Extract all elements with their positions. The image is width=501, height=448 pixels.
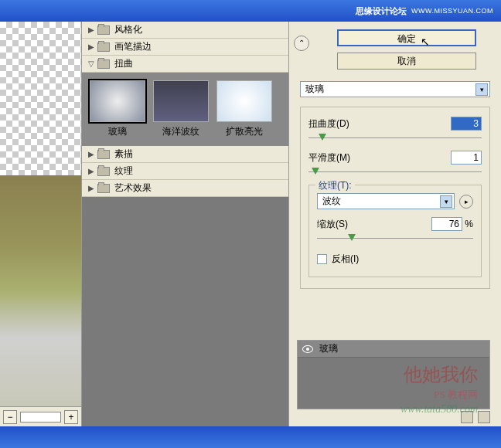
folder-icon [97,184,110,193]
distortion-input[interactable] [451,117,482,131]
category-label: 素描 [114,148,133,161]
title-bar: 思缘设计论坛 WWW.MISSYUAN.COM [0,0,501,22]
invert-label: 反相(I) [332,253,359,266]
thumb-ocean-ripple[interactable]: 海洋波纹 [153,80,209,138]
category-label: 风格化 [114,23,142,36]
thumb-image [216,80,272,122]
preview-image [0,175,81,406]
ok-button[interactable]: 确定↖ [337,29,476,46]
thumb-glass[interactable]: 玻璃 [90,80,145,138]
delete-effect-layer-button[interactable] [478,411,490,423]
folder-icon [97,42,110,52]
folder-icon [97,59,110,69]
site-url: WWW.MISSYUAN.COM [411,7,493,15]
distortion-slider[interactable] [308,132,482,144]
dropdown-value: 玻璃 [305,83,324,96]
category-stylize[interactable]: ▶风格化 [82,22,288,39]
texture-dropdown[interactable]: 波纹 ▾ [317,193,455,209]
visibility-icon[interactable] [302,345,313,353]
cursor-icon: ↖ [421,34,430,49]
thumb-label: 玻璃 [90,125,145,138]
zoom-bar: − + [0,406,81,426]
category-label: 画笔描边 [114,40,152,53]
collapse-button[interactable]: ⌃ [294,36,309,51]
smoothness-label: 平滑度(M) [308,151,350,165]
zoom-level[interactable] [20,412,61,423]
scaling-slider[interactable] [317,232,473,245]
scaling-label: 缩放(S) [317,218,348,231]
chevron-down-icon: ▾ [440,195,452,208]
thumb-diffuse-glow[interactable]: 扩散亮光 [216,80,272,138]
effect-layers-panel: 玻璃 [297,340,490,409]
category-artistic[interactable]: ▶艺术效果 [82,180,288,197]
zoom-in-button[interactable]: + [64,410,78,424]
smoothness-input[interactable] [451,151,482,165]
tree-empty-area [82,197,288,426]
filter-categories-column: ▶风格化 ▶画笔描边 ▽扭曲 玻璃 海洋波纹 扩散亮光 ▶素描 ▶纹理 ▶艺术效… [82,22,289,426]
category-label: 纹理 [114,165,133,178]
folder-icon [97,25,110,35]
folder-icon [97,150,110,159]
scaling-input[interactable] [431,217,462,231]
new-effect-layer-button[interactable] [461,411,473,423]
layer-row[interactable]: 玻璃 [298,341,489,358]
settings-column: ⌃ 确定↖ 取消 玻璃 ▾ 扭曲度(D) 平滑度(M) [289,22,501,426]
filter-thumbnails: 玻璃 海洋波纹 扩散亮光 [82,73,288,146]
transparency-checker [0,22,81,175]
smoothness-slider[interactable] [308,166,482,178]
thumb-label: 扩散亮光 [216,125,272,138]
category-brush-strokes[interactable]: ▶画笔描边 [82,39,288,56]
chevron-right-icon: ▶ [87,167,96,175]
texture-legend: 纹理(T): [315,179,355,192]
category-sketch[interactable]: ▶素描 [82,146,288,163]
category-texture[interactable]: ▶纹理 [82,163,288,180]
thumb-image [153,80,209,122]
preview-column: − + [0,22,82,426]
distortion-label: 扭曲度(D) [308,117,349,131]
preview-area[interactable] [0,22,81,406]
chevron-right-icon: ▶ [87,25,96,34]
thumb-image [90,80,145,122]
scaling-unit: % [465,219,473,229]
chevron-right-icon: ▶ [87,42,96,51]
cancel-button[interactable]: 取消 [337,53,476,70]
folder-icon [97,167,110,176]
filter-name-dropdown[interactable]: 玻璃 ▾ [300,81,490,97]
chevron-down-icon: ▽ [87,59,96,68]
texture-flyout-button[interactable]: ▸ [459,195,473,209]
zoom-out-button[interactable]: − [3,410,17,424]
dropdown-value: 波纹 [322,195,341,208]
chevron-right-icon: ▶ [87,184,96,192]
chevron-down-icon: ▾ [475,83,488,96]
category-distort[interactable]: ▽扭曲 [82,56,288,73]
category-label: 扭曲 [114,57,133,70]
chevron-right-icon: ▶ [87,150,96,158]
bottom-bar [0,426,501,448]
invert-checkbox[interactable] [317,254,327,264]
category-label: 艺术效果 [114,182,152,195]
layer-name: 玻璃 [319,342,338,355]
thumb-label: 海洋波纹 [153,125,209,138]
site-name: 思缘设计论坛 [356,5,407,17]
